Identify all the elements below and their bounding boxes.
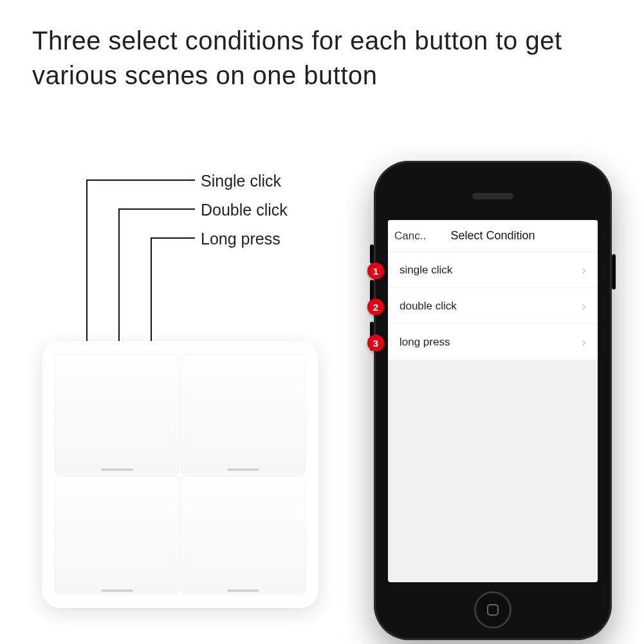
switch-device	[42, 341, 318, 608]
phone-power	[612, 254, 616, 290]
callout-double-click: Double click	[201, 201, 288, 219]
row-single-click[interactable]: single click ›	[388, 252, 598, 288]
cancel-button[interactable]: Canc..	[394, 230, 426, 243]
chevron-right-icon: ›	[582, 299, 586, 313]
row-label: double click	[400, 300, 457, 313]
phone-screen: Canc.. Select Condition single click › d…	[388, 220, 598, 582]
row-double-click[interactable]: double click ›	[388, 288, 598, 324]
switch-button-2[interactable]	[181, 354, 306, 474]
row-label: single click	[400, 264, 452, 277]
row-label: long press	[400, 336, 450, 349]
callout-single-click: Single click	[201, 172, 281, 190]
badge-2: 2	[367, 299, 384, 315]
switch-button-1[interactable]	[55, 354, 179, 474]
badge-3: 3	[367, 335, 384, 351]
callout-long-press: Long press	[201, 230, 281, 248]
nav-title: Select Condition	[450, 229, 535, 243]
phone-mute-switch	[370, 244, 374, 264]
switch-diagram: Single click Double click Long press	[13, 154, 360, 618]
phone-mockup: Canc.. Select Condition single click › d…	[374, 161, 612, 640]
phone-home-button[interactable]	[474, 591, 511, 629]
row-long-press[interactable]: long press ›	[388, 324, 598, 360]
chevron-right-icon: ›	[582, 335, 586, 349]
badge-1: 1	[367, 262, 384, 279]
page-headline: Three select conditions for each button …	[32, 23, 612, 93]
switch-button-4[interactable]	[181, 475, 306, 596]
nav-bar: Canc.. Select Condition	[388, 220, 598, 252]
switch-button-3[interactable]	[55, 475, 179, 596]
condition-list: single click › double click › long press…	[388, 252, 598, 360]
chevron-right-icon: ›	[582, 262, 586, 277]
